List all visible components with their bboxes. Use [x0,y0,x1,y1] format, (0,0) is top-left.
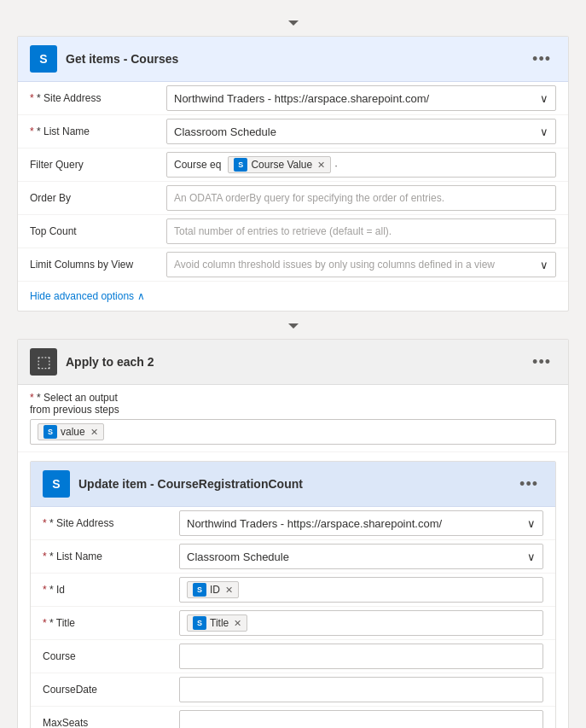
site-address-label: * Site Address [30,92,166,104]
site-address-value[interactable]: Northwind Traders - https://arspace.shar… [166,85,556,111]
update-maxseats-field[interactable] [179,710,543,728]
update-list-name-text: Classroom Schedule [187,550,289,563]
value-tag-close[interactable]: ✕ [90,427,98,438]
select-output-field[interactable]: S value ✕ [30,419,556,445]
update-item-card: S Update item - CourseRegistrationCount … [30,461,556,728]
update-maxseats-value [179,710,543,728]
value-tag-icon: S [44,425,57,439]
filter-query-tag-text: Course Value [251,159,312,171]
title-tag-icon: S [193,616,206,630]
limit-columns-dropdown[interactable]: Avoid column threshold issues by only us… [166,252,556,277]
update-item-header: S Update item - CourseRegistrationCount … [31,462,555,507]
apply-to-each-header: ⬚ Apply to each 2 ••• [18,340,568,385]
update-maxseats-row: MaxSeats [31,707,555,728]
title-tag-close[interactable]: ✕ [234,618,241,629]
top-count-placeholder: Total number of entries to retrieve (def… [174,225,392,237]
filter-query-dot: · [334,159,338,172]
order-by-placeholder: An ODATA orderBy query for specifying th… [174,192,444,204]
title-tag-text: Title [210,617,229,629]
value-tag-text: value [61,426,85,438]
site-address-row: * Site Address Northwind Traders - https… [18,82,568,115]
update-site-address-label: * Site Address [43,517,179,529]
update-site-address-value[interactable]: Northwind Traders - https://arspace.shar… [179,510,543,536]
list-name-dropdown[interactable]: Classroom Schedule ∨ [166,119,556,144]
select-output-row: * * Select an output from previous steps… [18,385,568,452]
site-address-chevron: ∨ [540,92,548,105]
update-list-name-label: * List Name [43,550,179,562]
limit-columns-label: Limit Columns by View [30,259,166,271]
apply-to-each-menu-button[interactable]: ••• [527,352,556,373]
get-items-card: S Get items - Courses ••• * Site Address… [17,36,569,312]
update-site-address-chevron: ∨ [527,517,536,530]
filter-query-label: Filter Query [30,159,166,171]
order-by-field[interactable]: An ODATA orderBy query for specifying th… [166,185,556,211]
value-tag[interactable]: S value ✕ [38,423,104,440]
update-coursedate-field[interactable] [179,677,543,702]
update-id-label: * Id [43,584,179,596]
filter-query-tag-close[interactable]: ✕ [317,160,325,171]
top-count-field[interactable]: Total number of entries to retrieve (def… [166,218,556,244]
update-item-header-left: S Update item - CourseRegistrationCount [43,470,303,498]
update-list-name-dropdown[interactable]: Classroom Schedule ∨ [179,544,543,569]
update-maxseats-label: MaxSeats [43,717,179,728]
update-title-field[interactable]: S Title ✕ [179,610,543,636]
get-items-header-left: S Get items - Courses [30,45,178,73]
loop-icon: ⬚ [30,348,57,376]
list-name-value[interactable]: Classroom Schedule ∨ [166,119,556,144]
list-name-text: Classroom Schedule [174,125,276,138]
filter-query-row: Filter Query Course eq S Course Value ✕ … [18,149,568,182]
update-id-value: S ID ✕ [179,577,543,603]
filter-query-field[interactable]: Course eq S Course Value ✕ · [166,152,556,178]
top-count-label: Top Count [30,225,166,237]
apply-to-each-card: ⬚ Apply to each 2 ••• * * Select an outp… [17,339,569,728]
id-tag-close[interactable]: ✕ [225,585,233,596]
update-item-menu-button[interactable]: ••• [514,474,543,495]
loop-symbol: ⬚ [37,352,51,371]
update-course-value [179,644,543,669]
apply-to-each-body: * * Select an output from previous steps… [18,385,568,728]
update-id-field[interactable]: S ID ✕ [179,577,543,603]
arrow-down-middle [17,312,569,339]
hide-advanced-label: Hide advanced options [30,290,134,302]
update-list-name-row: * List Name Classroom Schedule ∨ [31,540,555,574]
list-name-label: * List Name [30,125,166,137]
limit-columns-row: Limit Columns by View Avoid column thres… [18,248,568,282]
chevron-up-icon [137,290,145,302]
filter-query-prefix: Course eq [174,159,221,171]
update-coursedate-label: CourseDate [43,684,179,696]
site-address-text: Northwind Traders - https://arspace.shar… [174,92,429,105]
update-coursedate-value [179,677,543,702]
update-course-field[interactable] [179,644,543,669]
update-site-address-dropdown[interactable]: Northwind Traders - https://arspace.shar… [179,510,543,536]
id-tag[interactable]: S ID ✕ [187,581,239,598]
title-tag[interactable]: S Title ✕ [187,614,247,632]
limit-columns-chevron: ∨ [540,259,548,271]
limit-columns-value: Avoid column threshold issues by only us… [166,252,556,277]
arrow-down-top [17,9,569,36]
update-item-sp-icon: S [43,470,70,498]
sharepoint-icon: S [30,45,57,73]
update-title-label: * Title [43,617,179,629]
get-items-header: S Get items - Courses ••• [18,37,568,82]
site-address-dropdown[interactable]: Northwind Traders - https://arspace.shar… [166,85,556,111]
id-tag-text: ID [210,584,220,596]
apply-to-each-title: Apply to each 2 [66,355,154,369]
list-name-row: * List Name Classroom Schedule ∨ [18,115,568,149]
update-course-row: Course [31,640,555,673]
filter-query-tag[interactable]: S Course Value ✕ [228,156,331,173]
apply-to-each-header-left: ⬚ Apply to each 2 [30,348,154,376]
update-course-label: Course [43,650,179,662]
filter-query-value: Course eq S Course Value ✕ · [166,152,556,178]
order-by-row: Order By An ODATA orderBy query for spec… [18,182,568,215]
update-title-row: * Title S Title ✕ [31,607,555,640]
sp-letter: S [39,52,47,66]
update-id-row: * Id S ID ✕ [31,574,555,607]
get-items-menu-button[interactable]: ••• [527,49,556,70]
top-count-row: Top Count Total number of entries to ret… [18,215,568,248]
get-items-body: * Site Address Northwind Traders - https… [18,82,568,311]
hide-advanced-button[interactable]: Hide advanced options [18,282,568,311]
update-list-name-value[interactable]: Classroom Schedule ∨ [179,544,543,569]
update-item-title: Update item - CourseRegistrationCount [78,477,303,491]
id-tag-icon: S [193,583,206,597]
get-items-title: Get items - Courses [66,52,178,66]
